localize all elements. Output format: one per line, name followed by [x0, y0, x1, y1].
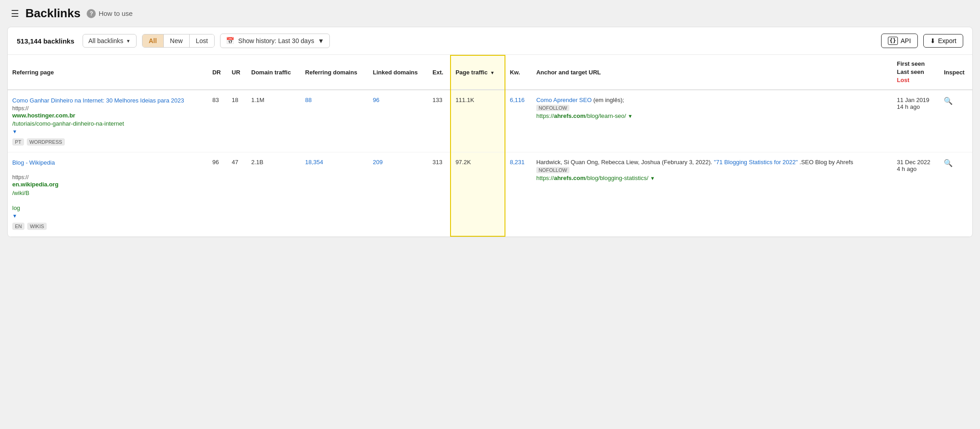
referring-page-link-2[interactable]: Blog - Wikipedia — [12, 159, 203, 167]
col-kw: Kw. — [505, 55, 532, 90]
anchor-link-1[interactable]: Como Aprender SEO — [536, 97, 592, 103]
kw-link-1[interactable]: 6,116 — [510, 97, 525, 103]
target-url-1[interactable]: https://ahrefs.com/blog/learn-seo/ — [536, 112, 626, 119]
tags-row-1: PT WORDPRESS — [12, 137, 203, 146]
filter-new-button[interactable]: New — [164, 34, 190, 47]
inspect-cell-2: 🔍 — [939, 152, 972, 237]
col-anchor-target: Anchor and target URL — [532, 55, 892, 90]
api-braces-icon: {} — [888, 37, 898, 45]
anchor-cell-2: Hardwick, Si Quan Ong, Rebecca Liew, Jos… — [532, 152, 892, 237]
referring-domains-link-1[interactable]: 88 — [305, 97, 312, 103]
calendar-icon: 📅 — [226, 37, 235, 45]
anchor-suffix-2: .SEO Blog by Ahrefs — [798, 159, 853, 166]
page-traffic-cell-1: 111.1K — [451, 90, 505, 152]
expand-caret-icon-1[interactable]: ▼ — [12, 129, 17, 134]
referring-domains-cell-1: 88 — [301, 90, 368, 152]
col-domain-traffic: Domain traffic — [247, 55, 301, 90]
backlinks-count: 513,144 backlinks — [17, 37, 74, 45]
first-seen-cell-2: 31 Dec 2022 4 h ago — [892, 152, 940, 237]
anchor-suffix-1: (em inglês); — [592, 97, 624, 103]
history-label: Show history: Last 30 days — [238, 37, 314, 44]
table-row: Blog - Wikipedia https://en.wikipedia.or… — [8, 152, 972, 237]
first-seen-date-1: 11 Jan 2019 — [897, 97, 935, 103]
first-seen-cell-1: 11 Jan 2019 14 h ago — [892, 90, 940, 152]
history-button[interactable]: 📅 Show history: Last 30 days ▼ — [220, 34, 330, 48]
referring-page-cell-2: Blog - Wikipedia https://en.wikipedia.or… — [8, 152, 208, 237]
history-caret-icon: ▼ — [318, 37, 324, 44]
nofollow-tag-1: NOFOLLOW — [536, 105, 569, 111]
table-row: Como Ganhar Dinheiro na Internet: 30 Mel… — [8, 90, 972, 152]
linked-domains-cell-2: 209 — [368, 152, 428, 237]
domain-traffic-cell-1: 1.1M — [247, 90, 301, 152]
referring-domains-cell-2: 18,354 — [301, 152, 368, 237]
hamburger-icon[interactable]: ☰ — [11, 8, 19, 19]
path-suffix-2[interactable]: log — [12, 204, 203, 212]
linked-domains-cell-1: 96 — [368, 90, 428, 152]
filter-all-button[interactable]: All — [142, 34, 164, 47]
linked-domains-link-2[interactable]: 209 — [373, 159, 383, 166]
domain-link-1[interactable]: www.hostinger.com.br — [12, 112, 203, 120]
col-linked-domains: Linked domains — [368, 55, 428, 90]
referring-domains-link-2[interactable]: 18,354 — [305, 159, 323, 166]
col-ur: UR — [227, 55, 247, 90]
inspect-cell-1: 🔍 — [939, 90, 972, 152]
tag-en-2: EN — [12, 223, 24, 230]
col-dr: DR — [208, 55, 227, 90]
tag-pt-1: PT — [12, 138, 24, 146]
tags-row-2: EN WIKIS — [12, 222, 203, 230]
referring-page-link-1[interactable]: Como Ganhar Dinheiro na Internet: 30 Mel… — [12, 97, 203, 105]
content-area: 513,144 backlinks All backlinks ▼ All Ne… — [7, 27, 973, 237]
page-wrapper: ☰ Backlinks ? How to use 513,144 backlin… — [0, 0, 980, 429]
ur-cell-1: 18 — [227, 90, 247, 152]
linked-domains-link-1[interactable]: 96 — [373, 97, 379, 103]
kw-link-2[interactable]: 8,231 — [510, 159, 525, 166]
ext-cell-2: 313 — [428, 152, 451, 237]
domain-traffic-cell-2: 2.1B — [247, 152, 301, 237]
last-seen-ago-1: 14 h ago — [897, 103, 935, 110]
anchor-link-2[interactable]: "71 Blogging Statistics for 2022" — [714, 159, 798, 166]
col-ext: Ext. — [428, 55, 451, 90]
api-button[interactable]: {} API — [881, 34, 918, 48]
filter-lost-button[interactable]: Lost — [190, 34, 214, 47]
all-backlinks-label: All backlinks — [88, 37, 123, 44]
url-expand-icon-1[interactable]: ▼ — [628, 113, 633, 119]
ur-cell-2: 47 — [227, 152, 247, 237]
toolbar: 513,144 backlinks All backlinks ▼ All Ne… — [8, 27, 972, 55]
all-backlinks-dropdown[interactable]: All backlinks ▼ — [83, 34, 137, 48]
kw-cell-2: 8,231 — [505, 152, 532, 237]
col-page-traffic[interactable]: Page traffic ▼ — [451, 55, 505, 90]
target-url-2[interactable]: https://ahrefs.com/blog/blogging-statist… — [536, 175, 648, 181]
page-traffic-cell-2: 97.2K — [451, 152, 505, 237]
backlinks-table: Referring page DR UR Domain traffic Refe… — [8, 55, 972, 237]
how-to-use-link[interactable]: ? How to use — [87, 9, 132, 18]
path-link-1[interactable]: /tutoriais/como-ganhar-dinheiro-na-inter… — [12, 120, 203, 128]
export-icon: ⬇ — [930, 37, 936, 44]
sort-arrow-icon: ▼ — [490, 70, 495, 75]
last-seen-ago-2: 4 h ago — [897, 166, 935, 172]
domain-link-2[interactable]: en.wikipedia.org — [12, 180, 203, 189]
target-url-path-2: /blog/blogging-statistics/ — [585, 175, 648, 181]
first-seen-date-2: 31 Dec 2022 — [897, 159, 935, 166]
export-label: Export — [938, 37, 956, 44]
col-first-last-seen: First seenLast seenLost — [892, 55, 940, 90]
col-referring-domains: Referring domains — [301, 55, 368, 90]
filter-group: All New Lost — [142, 34, 215, 48]
referring-page-cell-1: Como Ganhar Dinheiro na Internet: 30 Mel… — [8, 90, 208, 152]
col-referring-page: Referring page — [8, 55, 208, 90]
inspect-icon-1[interactable]: 🔍 — [944, 97, 953, 105]
domain-prefix-1: https:// — [12, 105, 29, 112]
header: ☰ Backlinks ? How to use — [0, 0, 980, 27]
dr-cell-1: 83 — [208, 90, 227, 152]
expand-caret-icon-2[interactable]: ▼ — [12, 213, 17, 219]
dr-cell-2: 96 — [208, 152, 227, 237]
export-button[interactable]: ⬇ Export — [923, 34, 963, 48]
url-expand-icon-2[interactable]: ▼ — [650, 176, 655, 181]
path-link-2[interactable]: /wiki/B — [12, 189, 203, 197]
question-icon: ? — [87, 9, 96, 18]
inspect-icon-2[interactable]: 🔍 — [944, 159, 953, 167]
tag-wikis-2: WIKIS — [27, 223, 47, 230]
target-url-bold-2: ahrefs.com — [554, 175, 585, 181]
kw-cell-1: 6,116 — [505, 90, 532, 152]
how-to-use-label: How to use — [98, 10, 132, 17]
anchor-cell-1: Como Aprender SEO (em inglês); NOFOLLOW … — [532, 90, 892, 152]
